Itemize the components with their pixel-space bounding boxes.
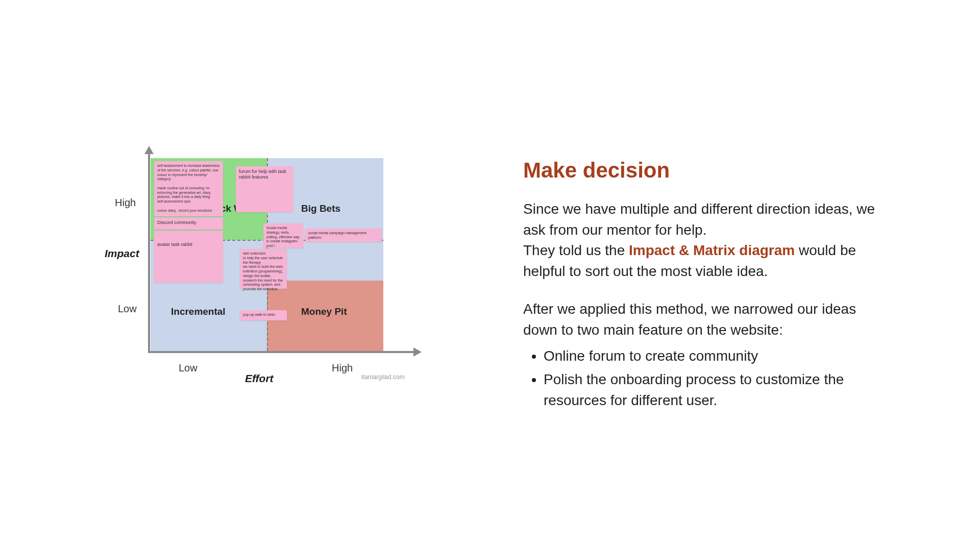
quadrant-label-money-pit: Money Pit	[301, 306, 347, 317]
sticky-note: pop-up walk-in clinic	[240, 310, 287, 320]
y-axis-arrow-icon	[144, 146, 154, 154]
highlight-impact-matrix: Impact & Matrix diagram	[629, 242, 795, 258]
y-axis	[148, 152, 150, 352]
sticky-note: Social media strategy, reels, editing, e…	[263, 223, 303, 248]
quadrant-label-big-bets: Big Bets	[301, 203, 340, 214]
bullet-item: Polish the onboarding process to customi…	[544, 369, 880, 411]
section-heading: Make decision	[523, 158, 880, 183]
impact-effort-diagram: Quick Wins Big Bets Incremental Money Pi…	[102, 153, 429, 383]
sticky-note: forum for help with task rabbit features	[236, 166, 293, 212]
x-axis-label: Effort	[245, 372, 274, 385]
feature-bullet-list: Online forum to create community Polish …	[523, 346, 880, 411]
sticky-note: social media campaign management platfor…	[305, 229, 382, 242]
bullet-item: Online forum to create community	[544, 346, 880, 367]
slide: Quick Wins Big Bets Incremental Money Pi…	[0, 0, 980, 551]
x-axis-arrow-icon	[413, 347, 422, 357]
p1-line2-pre: They told us the	[523, 242, 629, 258]
y-tick-high: High	[115, 197, 136, 209]
x-axis	[148, 351, 414, 353]
quadrant-label-incremental: Incremental	[171, 306, 226, 317]
x-tick-high: High	[332, 362, 353, 374]
sticky-note: web extension to help the user schedule …	[240, 249, 287, 289]
p1-line1: Since we have multiple and different dir…	[523, 201, 875, 238]
diagram-attribution: itamargilad.com	[361, 373, 405, 381]
sticky-note: avatar task rabbit	[154, 231, 223, 283]
sticky-note: Discord community	[154, 217, 223, 230]
paragraph-2: After we applied this method, we narrowe…	[523, 299, 880, 340]
y-axis-label: Impact	[105, 247, 139, 260]
sticky-note: self assessment to increase awareness of…	[154, 161, 223, 216]
paragraph-1: Since we have multiple and different dir…	[523, 199, 880, 282]
y-tick-low: Low	[118, 303, 137, 315]
text-column: Make decision Since we have multiple and…	[523, 158, 880, 414]
x-tick-low: Low	[179, 362, 198, 374]
